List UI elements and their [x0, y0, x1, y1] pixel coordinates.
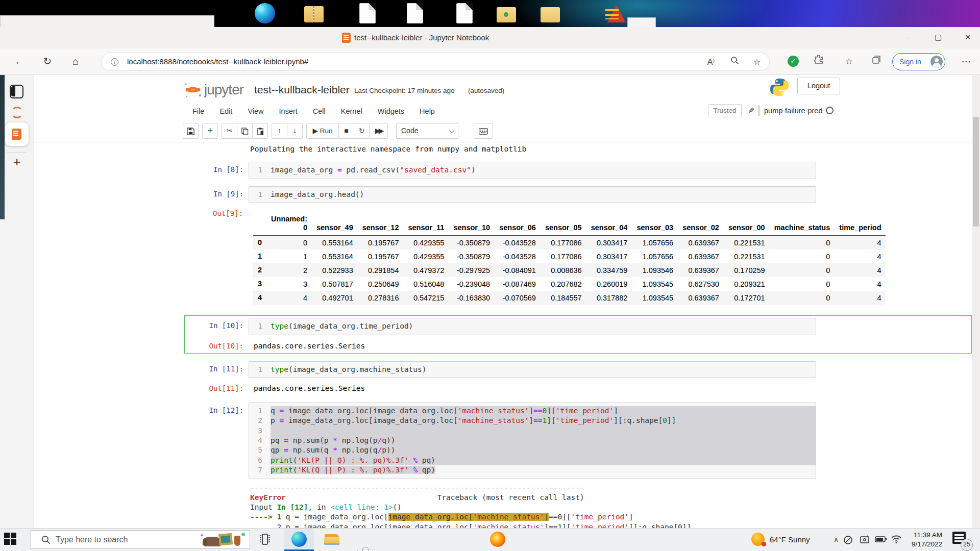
- code-cell-11[interactable]: In [11]: 1type(image_data_org.machine_st…: [185, 359, 972, 396]
- move-cell-up-button[interactable]: ↑: [272, 123, 287, 139]
- new-tab-icon[interactable]: +: [9, 154, 24, 169]
- taskbar-store-icon[interactable]: [357, 549, 373, 551]
- back-icon[interactable]: ←: [10, 48, 29, 75]
- code-cell-12[interactable]: In [12]: 1234567q = image_data_org.loc[i…: [185, 400, 972, 482]
- home-icon[interactable]: ⌂: [66, 48, 85, 75]
- code-editor[interactable]: 1image_data_org = pd.read_csv("saved_dat…: [249, 162, 816, 179]
- extension-check-icon[interactable]: ✓: [788, 56, 799, 67]
- code-cell-10-selected[interactable]: In [10]: 1type(image_data_org.time_perio…: [184, 315, 972, 354]
- code-editor[interactable]: 1type(image_data_org.machine_status): [249, 361, 816, 378]
- browser-menu-icon[interactable]: ⋯: [960, 53, 973, 70]
- menu-cell[interactable]: Cell: [305, 107, 333, 115]
- table-cell: 1: [266, 249, 312, 263]
- add-cell-button[interactable]: +: [202, 123, 218, 139]
- restart-run-all-button[interactable]: ▶▶: [369, 123, 388, 139]
- table-cell: -0.087469: [495, 277, 541, 291]
- search-icon[interactable]: [728, 56, 741, 68]
- close-button[interactable]: ✕: [956, 27, 979, 48]
- table-cell: 3: [266, 277, 312, 291]
- desktop-edge-icon[interactable]: [255, 3, 275, 23]
- logout-button[interactable]: Logout: [797, 78, 840, 94]
- desktop-document-icon[interactable]: [407, 3, 423, 23]
- weather-text[interactable]: 64°F Sunny: [770, 528, 810, 551]
- collections-icon[interactable]: [870, 53, 883, 70]
- tray-wifi-icon[interactable]: [891, 535, 901, 543]
- extensions-puzzle-icon[interactable]: [812, 53, 825, 70]
- command-palette-button[interactable]: [474, 123, 493, 139]
- background-window-strip: [0, 75, 5, 219]
- tray-chevron-icon[interactable]: ∧: [830, 528, 842, 551]
- taskbar-clock[interactable]: 11:39 AM 9/17/2022: [904, 531, 942, 549]
- taskbar-file-explorer-icon[interactable]: [324, 532, 339, 547]
- notification-count-badge[interactable]: 25: [961, 539, 973, 551]
- taskbar-edge-icon[interactable]: [291, 532, 307, 547]
- task-view-icon[interactable]: [258, 532, 272, 546]
- save-button[interactable]: [183, 123, 199, 139]
- desktop-chart-icon[interactable]: [607, 5, 626, 22]
- menu-widgets[interactable]: Widgets: [370, 107, 412, 115]
- desktop-folder-icon[interactable]: [497, 7, 516, 22]
- sign-in-button[interactable]: Sign in: [892, 53, 945, 70]
- favorites-star-icon[interactable]: ☆: [842, 53, 855, 70]
- code-line: [271, 426, 816, 436]
- start-button[interactable]: [4, 533, 20, 547]
- refresh-icon[interactable]: ↻: [38, 48, 57, 75]
- table-cell: 0.278316: [358, 291, 404, 305]
- clock-time: 11:39 AM: [904, 531, 942, 540]
- desktop-folder-icon[interactable]: [541, 7, 560, 22]
- site-info-icon[interactable]: i: [111, 58, 118, 66]
- code-editor[interactable]: 1234567q = image_data_org.loc[image_data…: [249, 403, 816, 479]
- minimize-button[interactable]: –: [897, 27, 920, 48]
- maximize-button[interactable]: ▢: [926, 27, 950, 48]
- add-favorite-star-icon[interactable]: ☆: [751, 56, 763, 68]
- code-editor[interactable]: 1type(image_data_org.time_period): [249, 318, 816, 335]
- code-line: print('KL(P || Q) : %. pq)%.3f' % pq): [271, 456, 816, 465]
- code-cell-8[interactable]: In [8]: 1image_data_org = pd.read_csv("s…: [185, 159, 972, 181]
- url-text[interactable]: localhost:8888/notebooks/test--kullback-…: [127, 53, 308, 70]
- menu-help[interactable]: Help: [412, 107, 443, 115]
- restart-kernel-button[interactable]: ↻: [354, 123, 370, 139]
- table-cell: 0: [770, 236, 835, 250]
- menu-kernel[interactable]: Kernel: [333, 107, 370, 115]
- stop-button[interactable]: ■: [338, 123, 354, 139]
- taskbar-search-box[interactable]: Type here to search ✦: [31, 530, 250, 549]
- search-art-vase: [234, 536, 240, 546]
- jupyter-logo-icon[interactable]: [183, 80, 203, 100]
- menu-view[interactable]: View: [240, 107, 271, 115]
- scrollbar-thumb[interactable]: [973, 117, 979, 227]
- tray-device-icon[interactable]: [860, 535, 870, 544]
- divider: [758, 105, 760, 116]
- menu-insert[interactable]: Insert: [272, 107, 305, 115]
- table-cell: 0.195767: [358, 236, 404, 250]
- copy-cell-button[interactable]: [237, 123, 253, 139]
- edit-title-pencil-icon[interactable]: ✎: [745, 104, 757, 117]
- desktop-document-icon[interactable]: [456, 3, 473, 23]
- output-prompt: Out[9]:: [185, 209, 248, 305]
- tray-battery-icon[interactable]: [875, 535, 887, 543]
- code-cell-9[interactable]: In [9]: 1image_data_org.head(): [185, 184, 972, 206]
- code-editor[interactable]: 1image_data_org.head(): [249, 186, 816, 203]
- tray-blocked-icon[interactable]: [843, 535, 853, 545]
- address-bar[interactable]: i localhost:8888/notebooks/test--kullbac…: [101, 53, 770, 71]
- run-button[interactable]: ▶ Run: [306, 123, 339, 139]
- jupyter-brand-text[interactable]: jupyter: [204, 78, 243, 101]
- cut-cell-button[interactable]: ✂: [222, 123, 237, 139]
- menu-file[interactable]: File: [185, 107, 212, 115]
- loading-tab-favicon[interactable]: [11, 107, 23, 118]
- move-cell-down-button[interactable]: ↓: [287, 123, 303, 139]
- output-text: pandas.core.series.Series: [249, 341, 365, 351]
- desktop-background: [0, 0, 980, 27]
- active-tab-jupyter[interactable]: [5, 122, 29, 146]
- cell-type-dropdown[interactable]: Code: [396, 123, 458, 139]
- notebook-title[interactable]: test--kullback-leibler: [254, 78, 350, 101]
- vertical-tabs-toggle-icon[interactable]: [10, 85, 23, 98]
- menu-edit[interactable]: Edit: [212, 107, 240, 115]
- read-aloud-icon[interactable]: A⁾: [705, 56, 717, 68]
- desktop-document-icon[interactable]: [359, 3, 376, 23]
- code-line: pq = np.sum(p * np.log(p/q)): [271, 436, 816, 445]
- paste-cell-button[interactable]: [252, 123, 268, 139]
- taskbar-browser-app-icon[interactable]: [490, 532, 505, 547]
- table-cell: 0.207682: [541, 277, 586, 291]
- desktop-zip-folder-icon[interactable]: [304, 6, 324, 22]
- search-icon: [41, 535, 51, 544]
